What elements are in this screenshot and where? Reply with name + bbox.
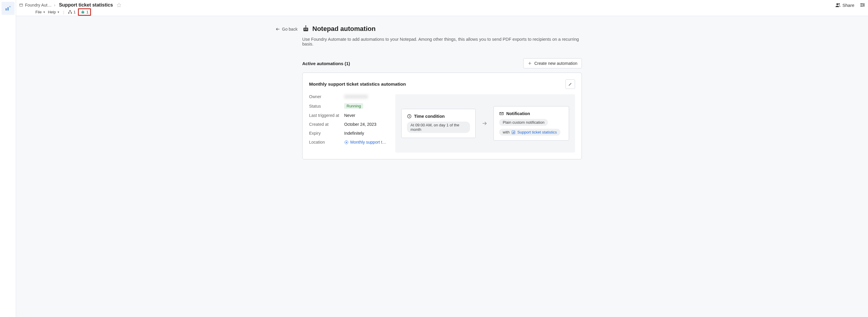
time-condition-card[interactable]: Time condition At 09:00 AM, on day 1 of …	[401, 109, 476, 138]
with-label: with	[503, 130, 509, 134]
last-triggered-value: Never	[344, 113, 355, 118]
status-label: Status	[309, 104, 344, 108]
svg-rect-2	[9, 6, 10, 7]
help-menu[interactable]: Help ▼	[48, 10, 60, 14]
panel-toggle-icon[interactable]	[860, 2, 865, 8]
mail-icon	[499, 111, 504, 116]
hierarchy-icon	[68, 10, 72, 14]
robot-icon	[81, 10, 85, 14]
created-at-value: October 24, 2023	[344, 122, 376, 127]
create-automation-button[interactable]: Create new automation	[523, 58, 582, 68]
automation-card: Monthly support ticket statistics automa…	[302, 72, 582, 159]
svg-rect-31	[514, 131, 514, 133]
location-label: Location	[309, 140, 344, 145]
svg-rect-0	[5, 8, 6, 10]
owner-value-redacted	[344, 95, 368, 99]
org-count-chip[interactable]: 1	[68, 10, 75, 14]
svg-rect-18	[864, 3, 864, 6]
svg-point-14	[838, 3, 840, 5]
expiry-label: Expiry	[309, 131, 344, 136]
chevron-right-icon: ›	[53, 3, 57, 7]
time-condition-chip: At 09:00 AM, on day 1 of the month	[407, 122, 470, 133]
clock-icon	[407, 114, 412, 119]
svg-rect-30	[514, 132, 514, 133]
edit-automation-button[interactable]	[565, 80, 575, 89]
svg-rect-3	[20, 4, 23, 6]
created-at-label: Created at	[309, 122, 344, 127]
svg-rect-7	[71, 12, 72, 13]
svg-point-25	[346, 141, 347, 143]
notification-with-chip: with Support ticket statistics	[499, 129, 560, 136]
status-badge: Running	[344, 103, 363, 109]
svg-rect-15	[860, 3, 863, 4]
automation-title: Monthly support ticket statistics automa…	[309, 82, 406, 87]
notification-with-link[interactable]: Support ticket statistics	[517, 130, 557, 134]
last-triggered-label: Last triggered at	[309, 113, 344, 118]
notification-type-chip: Plain custom notification	[499, 119, 548, 126]
header-menu-row: File ▼ Help ▼ | 1	[35, 8, 91, 16]
menu-divider: |	[62, 10, 65, 14]
app-header: Foundry Aut… › Support ticket statistics…	[16, 0, 868, 16]
chart-icon	[512, 130, 516, 134]
arrow-left-icon	[275, 27, 280, 32]
page-heading-title: Notepad automation	[312, 25, 376, 33]
svg-rect-1	[7, 7, 9, 10]
svg-rect-17	[860, 6, 863, 6]
svg-rect-16	[860, 5, 863, 5]
page-title: Support ticket statistics	[59, 2, 113, 8]
sidebar-chart-icon[interactable]	[1, 2, 14, 15]
svg-point-9	[82, 12, 83, 12]
org-count-value: 1	[73, 10, 75, 14]
breadcrumb-folder-label: Foundry Aut…	[25, 3, 52, 7]
active-automations-title: Active automations (1)	[302, 61, 350, 66]
caret-down-icon: ▼	[57, 11, 60, 14]
expiry-value: Indefinitely	[344, 131, 364, 136]
star-icon[interactable]	[117, 3, 121, 7]
owner-label: Owner	[309, 94, 344, 99]
caret-down-icon: ▼	[43, 11, 45, 14]
robot-count-chip[interactable]: 1	[78, 8, 91, 16]
notification-card[interactable]: Notification Plain custom notification w…	[494, 106, 569, 141]
svg-rect-5	[70, 10, 71, 11]
svg-point-21	[306, 29, 307, 30]
location-link[interactable]: Monthly support t…	[350, 140, 386, 145]
breadcrumb-folder[interactable]: Foundry Aut…	[19, 3, 52, 7]
automation-meta: Owner Status Running Last triggered at N…	[309, 94, 386, 153]
file-menu[interactable]: File ▼	[35, 10, 45, 14]
go-back-label: Go back	[282, 27, 298, 32]
content-area: Go back Notepad automation Use Foundry A…	[16, 16, 868, 317]
time-condition-title: Time condition	[414, 114, 445, 119]
page-heading: Notepad automation	[302, 25, 582, 33]
page-subtitle: Use Foundry Automate to add automations …	[302, 37, 582, 46]
robot-count-value: 1	[86, 10, 88, 14]
svg-rect-19	[303, 28, 308, 31]
go-back-button[interactable]: Go back	[275, 27, 298, 32]
people-icon	[835, 2, 841, 8]
plus-icon	[528, 61, 532, 65]
svg-rect-6	[68, 12, 69, 13]
file-menu-label: File	[35, 10, 42, 14]
svg-point-13	[836, 3, 838, 5]
robot-icon	[302, 25, 309, 32]
svg-rect-29	[513, 132, 513, 133]
app-sidebar	[0, 0, 16, 317]
help-menu-label: Help	[48, 10, 56, 14]
svg-point-20	[304, 29, 306, 30]
notification-title: Notification	[506, 111, 530, 116]
window-icon	[19, 3, 23, 7]
create-automation-label: Create new automation	[534, 61, 578, 66]
svg-point-12	[83, 10, 83, 11]
svg-point-23	[305, 25, 306, 27]
eye-icon	[344, 140, 349, 145]
share-button[interactable]: Share	[835, 2, 854, 8]
automation-flow: Time condition At 09:00 AM, on day 1 of …	[395, 94, 575, 153]
arrow-right-icon	[482, 121, 488, 126]
pencil-icon	[568, 82, 572, 86]
share-label: Share	[842, 3, 854, 8]
svg-rect-8	[82, 11, 84, 13]
svg-point-10	[83, 12, 84, 12]
breadcrumb: Foundry Aut… › Support ticket statistics	[19, 2, 121, 8]
